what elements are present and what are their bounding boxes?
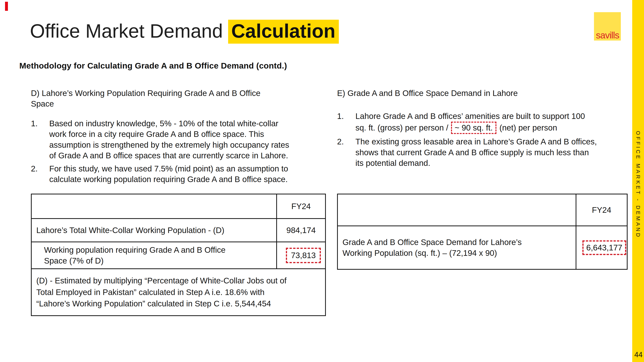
red-dashed-highlight-box: 6,643,177 (582, 240, 626, 255)
list-item-text: Lahore Grade A and B offices’ amenities … (356, 111, 585, 134)
table-cell-value: 984,174 (276, 219, 325, 242)
red-dashed-highlight-inline: ~ 90 sq. ft. (451, 122, 496, 134)
savills-logo: savills (594, 12, 621, 40)
table-row: Grade A and B Office Space Demand for La… (338, 226, 627, 269)
red-dashed-highlight-box: 73,813 (286, 248, 321, 263)
page-number: 44 (634, 351, 642, 359)
section-sidebar: OFFICE MARKET - DEMAND 44 (632, 0, 644, 362)
list-item: 1. Lahore Grade A and B offices’ ameniti… (337, 111, 629, 134)
list-item-number: 2. (337, 136, 356, 168)
slide: Office Market Demand Calculation Methodo… (0, 0, 644, 362)
table-cell-value: 6,643,177 (576, 226, 627, 269)
list-item-text: For this study, we have used 7.5% (mid p… (49, 163, 288, 185)
red-accent-tick (5, 2, 8, 11)
table-header-empty-cell (32, 194, 276, 218)
list-item-text: The existing gross leasable area in Laho… (356, 136, 597, 168)
section-d-heading: D) Lahore’s Working Population Requiring… (31, 88, 328, 109)
table-header-row: FY24 (32, 194, 325, 218)
subtitle: Methodology for Calculating Grade A and … (19, 61, 287, 70)
table-column-header: FY24 (576, 194, 627, 226)
page-title-highlight: Calculation (228, 20, 339, 44)
section-d: D) Lahore’s Working Population Requiring… (31, 88, 328, 187)
savills-logo-text: savills (596, 30, 619, 40)
table-cell-label: Lahore’s Total White-Collar Working Popu… (32, 219, 276, 242)
sidebar-section-label: OFFICE MARKET - DEMAND (635, 131, 641, 239)
list-item: 2. For this study, we have used 7.5% (mi… (31, 163, 328, 185)
list-item-number: 1. (31, 118, 49, 161)
table-working-population: FY24 Lahore’s Total White-Collar Working… (31, 194, 326, 316)
page-title: Office Market Demand Calculation (30, 18, 339, 43)
table-header-empty-cell (338, 194, 576, 226)
list-item-number: 1. (337, 111, 356, 134)
section-e-heading: E) Grade A and B Office Space Demand in … (337, 88, 629, 98)
table-column-header: FY24 (276, 194, 325, 218)
table-office-space-demand: FY24 Grade A and B Office Space Demand f… (337, 194, 628, 270)
list-item: 2. The existing gross leasable area in L… (337, 136, 629, 168)
list-item: 1. Based on industry knowledge, 5% - 10%… (31, 118, 328, 161)
section-e: E) Grade A and B Office Space Demand in … (337, 88, 629, 171)
list-item-text-post: (net) per person (497, 123, 557, 132)
table-cell-value: 73,813 (276, 242, 325, 268)
table-header-row: FY24 (338, 194, 627, 226)
table-cell-label: Grade A and B Office Space Demand for La… (338, 226, 576, 269)
table-footnote: (D) - Estimated by multiplying “Percenta… (32, 268, 325, 315)
page-title-text: Office Market Demand (30, 20, 228, 42)
table-row: Lahore’s Total White-Collar Working Popu… (32, 218, 325, 242)
list-item-text: Based on industry knowledge, 5% - 10% of… (49, 118, 289, 161)
list-item-number: 2. (31, 163, 49, 185)
table-row: Working population requiring Grade A and… (32, 242, 325, 268)
table-cell-label: Working population requiring Grade A and… (32, 242, 276, 268)
